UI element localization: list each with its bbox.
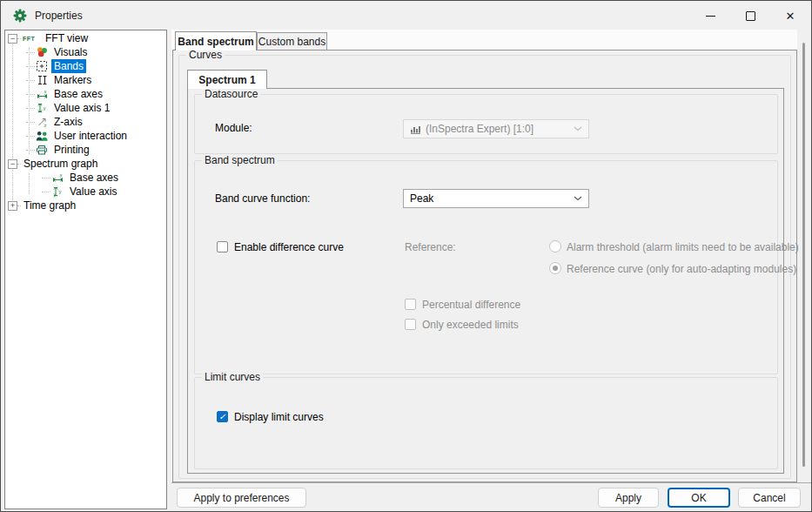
close-button[interactable]: ✕ — [770, 2, 810, 30]
group-label: Datasource — [202, 88, 260, 100]
tree-item-label: Time graph — [21, 199, 78, 212]
collapse-icon[interactable]: − — [8, 159, 17, 169]
tab-custom-bands[interactable]: Custom bands — [257, 32, 327, 50]
band-curve-function-label: Band curve function: — [215, 192, 310, 205]
tree-item-label: Printing — [51, 143, 92, 157]
tree-item-label: Value axis 1 — [51, 101, 112, 115]
alarm-threshold-radio[interactable] — [549, 240, 561, 253]
printer-icon — [35, 144, 49, 156]
vertical-scrollbar[interactable] — [797, 30, 811, 482]
tree-item-label: Base axes — [51, 87, 105, 101]
tree-connector — [26, 80, 35, 81]
datasource-group: Datasource Module: (InSpectra Expert) [1… — [194, 94, 778, 154]
minimize-icon — [706, 16, 715, 17]
fft-icon: FFT — [23, 32, 40, 44]
visuals-icon — [35, 46, 49, 58]
band-spectrum-group: Band spectrum Band curve function: Peak … — [194, 160, 778, 374]
tree-item-markers[interactable]: Markers — [5, 73, 166, 87]
tree-item-label: Markers — [51, 73, 94, 87]
module-dropdown[interactable]: (InSpectra Expert) [1:0] — [403, 119, 589, 138]
collapse-icon[interactable]: − — [8, 34, 17, 44]
apply-to-preferences-button[interactable]: Apply to preferences — [177, 488, 306, 508]
tree-item-printing[interactable]: Printing — [5, 143, 166, 157]
chevron-down-icon — [574, 196, 582, 201]
tree-item-value-axis-1[interactable]: y Value axis 1 — [5, 101, 166, 115]
maximize-button[interactable] — [730, 2, 770, 30]
tree-item-value-axis-2[interactable]: y Value axis — [5, 185, 166, 199]
ok-button[interactable]: OK — [668, 488, 730, 508]
bands-icon — [35, 60, 49, 72]
tree-item-label: FFT view — [43, 31, 91, 45]
tab-label: Spectrum 1 — [198, 74, 255, 86]
display-limit-curves-checkbox[interactable]: ✓ — [217, 411, 228, 422]
tree-item-bands[interactable]: Bands — [5, 59, 166, 73]
properties-dialog: Properties ✕ − FFT FFT view Visuals — [0, 0, 812, 512]
tree-item-label-selected: Bands — [51, 59, 86, 73]
group-label: Band spectrum — [202, 154, 278, 166]
tree-connector — [26, 52, 35, 53]
tree-connector — [42, 192, 50, 192]
svg-text:y: y — [44, 105, 46, 111]
svg-text:z: z — [44, 123, 46, 128]
window-title: Properties — [35, 10, 83, 22]
maximize-icon — [746, 11, 755, 21]
svg-text:x: x — [44, 89, 46, 94]
display-limit-curves-label[interactable]: Display limit curves — [234, 411, 324, 423]
percentual-difference-checkbox[interactable] — [405, 299, 416, 310]
tab-label: Custom bands — [258, 36, 325, 48]
expand-icon[interactable]: + — [8, 201, 17, 211]
tab-spectrum-1[interactable]: Spectrum 1 — [187, 70, 267, 89]
tree-item-label: User interaction — [51, 129, 130, 143]
properties-tree: − FFT FFT view Visuals Bands Markers — [4, 30, 167, 509]
tree-item-label: Base axes — [67, 171, 121, 185]
markers-icon — [35, 74, 49, 86]
bar-chart-icon — [410, 125, 421, 134]
curves-group: Curves Spectrum 1 Datasource Module: (In… — [178, 55, 791, 479]
window-controls: ✕ — [690, 2, 810, 30]
tree-connector — [26, 108, 35, 109]
minimize-button[interactable] — [690, 2, 730, 30]
enable-difference-curve-label[interactable]: Enable difference curve — [234, 241, 344, 253]
tree-item-fft-view[interactable]: − FFT FFT view — [5, 31, 166, 45]
only-exceeded-limits-label[interactable]: Only exceeded limits — [422, 319, 519, 331]
tree-item-user-interaction[interactable]: User interaction — [5, 129, 166, 143]
tree-item-base-axes[interactable]: x Base axes — [5, 87, 166, 101]
tree-connector — [17, 38, 21, 39]
close-icon: ✕ — [786, 10, 795, 22]
tree-connector — [26, 122, 35, 123]
tab-label: Band spectrum — [178, 36, 253, 48]
tree-item-visuals[interactable]: Visuals — [5, 45, 166, 59]
titlebar: Properties ✕ — [2, 2, 810, 30]
reference-curve-label[interactable]: Reference curve (only for auto-adapting … — [567, 263, 796, 275]
checkmark-icon: ✓ — [218, 413, 225, 421]
tree-item-spectrum-graph[interactable]: − Spectrum graph — [5, 157, 166, 171]
tree-item-time-graph[interactable]: + Time graph — [5, 199, 166, 212]
only-exceeded-limits-checkbox[interactable] — [405, 319, 416, 330]
cancel-button[interactable]: Cancel — [738, 488, 801, 508]
svg-text:x: x — [59, 172, 62, 178]
reference-curve-radio[interactable] — [549, 262, 561, 274]
tree-item-base-axes-2[interactable]: x Base axes — [5, 171, 166, 185]
limit-curves-group: Limit curves ✓ Display limit curves — [194, 377, 778, 469]
tab-band-spectrum[interactable]: Band spectrum — [175, 31, 257, 51]
enable-difference-curve-checkbox[interactable] — [217, 241, 228, 253]
reference-label: Reference: — [405, 241, 456, 253]
tree-item-label: Z-axis — [51, 115, 85, 129]
band-curve-function-value: Peak — [410, 192, 433, 205]
scrollbar-thumb[interactable] — [802, 43, 805, 467]
value-axis-icon: y — [35, 102, 49, 114]
apply-button[interactable]: Apply — [598, 488, 659, 508]
value-axis-icon: y — [50, 185, 64, 198]
band-curve-function-dropdown[interactable]: Peak — [403, 189, 589, 208]
base-axes-icon: x — [50, 172, 64, 184]
z-axis-icon: z — [35, 116, 49, 128]
tree-connector — [26, 66, 35, 67]
base-axes-icon: x — [35, 88, 49, 100]
spectrum-1-tab-page: Datasource Module: (InSpectra Expert) [1… — [187, 88, 784, 474]
percentual-difference-label[interactable]: Percentual difference — [422, 299, 520, 311]
svg-text:y: y — [59, 189, 62, 194]
tree-item-z-axis[interactable]: z Z-axis — [5, 115, 166, 129]
tree-connector — [26, 150, 35, 151]
alarm-threshold-label[interactable]: Alarm threshold (alarm limits need to be… — [567, 241, 799, 253]
group-label: Limit curves — [202, 371, 263, 383]
